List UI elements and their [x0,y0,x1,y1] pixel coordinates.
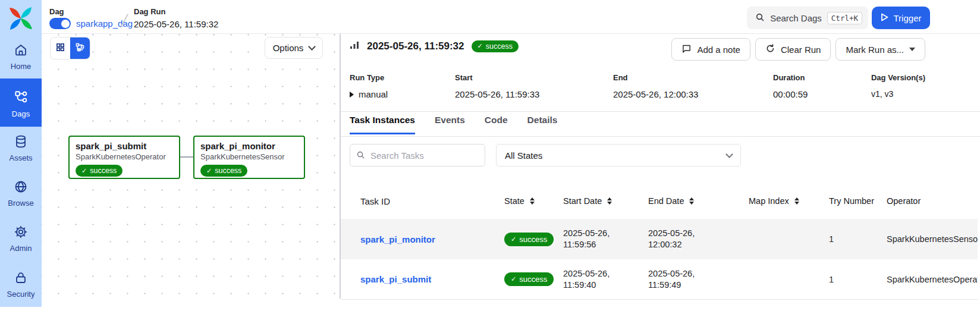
dags-icon [13,89,29,107]
meta-end: End 2025-05-26, 12:00:33 [613,73,698,99]
sort-icon[interactable] [607,197,612,205]
view-toggle [51,37,90,59]
play-icon [881,13,888,23]
refresh-icon [765,43,775,55]
tabs-underline [341,136,980,137]
col-start-date: Start Date [554,196,639,206]
dag-graph-panel: Options spark_pi_submit SparkKubernetesO… [42,34,340,307]
sidebar-item-dags[interactable]: Dags [0,78,42,127]
chevron-down-icon [308,43,316,51]
sidebar-item-label: Security [7,290,35,299]
sidebar-item-home[interactable]: Home [0,43,42,71]
meta-dag-versions: Dag Version(s) v1, v3 [871,73,925,99]
try-number-cell: 1 [818,275,876,284]
search-icon [755,12,765,24]
try-number-cell: 1 [818,234,876,244]
chevron-down-icon [725,150,733,158]
run-detail-panel: 2025-05-26, 11:59:32 ✓success Add a note… [341,34,980,307]
sidebar-item-assets[interactable]: Assets [0,134,42,162]
graph-icon [75,42,85,54]
grid-view-button[interactable] [51,37,70,59]
tab-events[interactable]: Events [435,115,465,134]
grid-icon [55,42,65,54]
note-icon [681,43,692,55]
dag-pause-toggle[interactable] [49,18,71,29]
graph-view-button[interactable] [70,37,90,59]
tab-task-instances[interactable]: Task Instances [350,115,415,134]
table-header-row: Task ID State Start Date End Date Map In… [341,183,978,219]
breadcrumb-dag-label: Dag [49,7,64,16]
end-date-cell: 2025-05-26,12:00:32 [639,228,724,250]
horizontal-scrollbar-track[interactable] [0,307,980,314]
sidebar-item-label: Admin [10,244,32,253]
sidebar-item-label: Browse [8,199,33,208]
col-task-id: Task ID [341,196,494,206]
trigger-label: Trigger [894,13,922,23]
task-id-link[interactable]: spark_pi_submit [341,274,494,284]
check-icon: ✓ [206,167,212,175]
task-node-spark-pi-monitor[interactable]: spark_pi_monitor SparkKubernetesSensor ✓… [193,136,305,179]
expand-caret-icon[interactable] [350,92,354,98]
run-status-badge: ✓success [472,40,519,52]
table-row[interactable]: spark_pi_submit ✓success 2025-05-26,11:5… [341,259,978,300]
home-icon [14,43,28,59]
mark-run-as-label: Mark Run as... [846,45,904,55]
clear-run-button[interactable]: Clear Run [755,38,831,61]
search-tasks-wrap [350,144,485,167]
search-dags-button[interactable]: Search Dags Ctrl+K [747,7,868,29]
lock-icon [14,271,28,287]
end-date-cell: 2025-05-26,11:59:49 [639,268,724,291]
database-icon [14,134,28,151]
graph-edge [180,156,193,158]
task-node-operator: SparkKubernetesSensor [200,152,298,161]
sidebar-item-browse[interactable]: Browse [0,180,42,208]
task-node-spark-pi-submit[interactable]: spark_pi_submit SparkKubernetesOperator … [68,136,180,179]
task-node-title: spark_pi_submit [76,141,173,151]
search-tasks-input[interactable] [350,144,485,167]
check-icon: ✓ [478,42,483,50]
options-label: Options [273,43,304,53]
tab-details[interactable]: Details [527,115,558,134]
bar-chart-icon [350,40,360,52]
sort-icon[interactable] [530,197,535,205]
col-end-date: End Date [639,196,724,206]
meta-start: Start 2025-05-26, 11:59:33 [455,73,539,99]
meta-duration: Duration 00:00:59 [773,73,808,99]
add-note-button[interactable]: Add a note [671,38,750,61]
sidebar-item-label: Dags [12,109,30,118]
col-state: State [494,196,554,206]
breadcrumb-dagrun-value: 2025-05-26, 11:59:32 [134,19,218,29]
operator-cell: SparkKubernetesSensor [876,234,978,244]
sidebar: Home Dags Assets Browse [0,0,42,308]
sidebar-item-admin[interactable]: Admin [0,225,42,253]
sidebar-item-label: Assets [9,153,32,162]
sidebar-item-security[interactable]: Security [0,271,42,299]
task-node-title: spark_pi_monitor [200,141,298,151]
status-badge: ✓success [76,165,122,177]
sidebar-item-label: Home [11,62,32,71]
status-badge: ✓success [504,272,554,286]
tab-code[interactable]: Code [485,115,508,134]
state-filter-select[interactable]: All States [496,144,741,167]
sort-icon[interactable] [794,197,799,205]
col-map-index: Map Index [724,196,818,206]
search-dags-label: Search Dags [770,13,822,23]
shortcut-kbd: Ctrl+K [827,12,862,24]
run-meta-row: Run Type manual Start 2025-05-26, 11:59:… [341,70,980,112]
add-note-label: Add a note [697,45,740,55]
table-row[interactable]: spark_pi_monitor ✓success 2025-05-26,11:… [341,219,978,259]
task-instances-table: Task ID State Start Date End Date Map In… [341,183,978,300]
run-tabs: Task Instances Events Code Details [350,115,557,134]
graph-options-button[interactable]: Options [265,37,323,59]
airflow-logo-icon[interactable] [7,4,35,33]
mark-run-as-button[interactable]: Mark Run as... [835,38,925,61]
caret-down-icon [909,48,915,51]
search-icon [356,150,365,159]
task-node-operator: SparkKubernetesOperator [76,152,173,161]
sort-icon[interactable] [689,197,694,205]
breadcrumb-dagrun-label: Dag Run [134,7,165,16]
task-id-link[interactable]: spark_pi_monitor [341,234,494,244]
trigger-button[interactable]: Trigger [872,7,930,29]
clear-run-label: Clear Run [781,45,821,55]
start-date-cell: 2025-05-26,11:59:56 [554,228,639,250]
